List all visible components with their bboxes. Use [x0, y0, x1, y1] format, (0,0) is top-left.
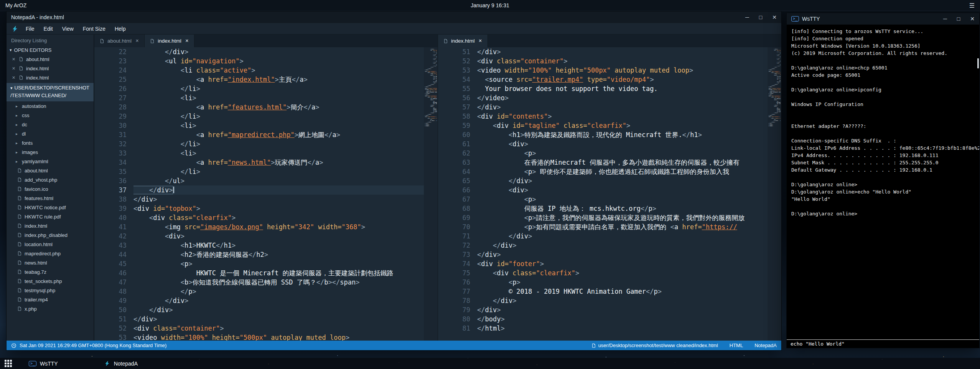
code-line[interactable]: </li> [133, 112, 424, 121]
line-number[interactable]: 23 [94, 56, 127, 66]
file-item-news-html[interactable]: news.html [7, 258, 94, 267]
tab-close-icon[interactable]: ✕ [135, 38, 139, 43]
line-number[interactable]: 48 [94, 287, 127, 296]
line-number[interactable]: 73 [438, 250, 470, 259]
code-line[interactable]: <div id="tagline" class="clearfix"> [477, 121, 768, 130]
line-number[interactable]: 81 [438, 324, 470, 333]
code-line[interactable]: </div> [477, 305, 768, 314]
code-line[interactable]: <li> [133, 93, 424, 103]
code-line[interactable]: Your browser does not support the video … [477, 84, 768, 93]
code-line[interactable]: <li> [133, 149, 424, 158]
code-line[interactable]: </li> [133, 139, 424, 149]
tab-index-html[interactable]: index.html✕ [145, 35, 194, 47]
line-number[interactable]: 29 [94, 112, 127, 121]
line-number[interactable]: 36 [94, 176, 127, 185]
line-number[interactable]: 27 [94, 93, 127, 103]
code-line[interactable]: <p>如有問題或需要申請白名單，歡迎加入我們的 <a href="https:/… [477, 222, 768, 232]
code-editor-left[interactable]: 2223242526272829303132333435363738394041… [94, 47, 438, 341]
line-number[interactable]: 44 [94, 250, 127, 259]
line-number[interactable]: 68 [438, 204, 470, 213]
minimize-button[interactable]: ─ [745, 14, 749, 20]
open-editors-header[interactable]: ▾ OPEN EDITORS [7, 46, 94, 55]
code-line[interactable]: <div class="container"> [133, 324, 424, 333]
wstty-titlebar[interactable]: >_ WsTTY ─ □ ✕ [787, 13, 979, 25]
line-number[interactable]: 64 [438, 167, 470, 176]
code-line[interactable]: © 2018 - 2019 HKWTC Animation Gamer</p> [477, 287, 768, 296]
line-number[interactable]: 46 [94, 268, 127, 278]
line-number-gutter[interactable]: 2223242526272829303132333435363738394041… [94, 47, 133, 341]
line-number[interactable]: 52 [94, 324, 127, 333]
tab-close-icon[interactable]: ✕ [479, 38, 482, 43]
code-line[interactable]: <a href="features.html">簡介</a> [133, 103, 424, 112]
code-line[interactable]: <div id="footer"> [477, 259, 768, 268]
line-number[interactable]: 50 [94, 305, 127, 314]
file-item-about-html[interactable]: about.html [7, 166, 94, 175]
folder-item-css[interactable]: ▸css [7, 111, 94, 120]
line-number[interactable]: 71 [438, 232, 470, 241]
maximize-button[interactable]: □ [957, 16, 960, 22]
line-number[interactable]: 56 [438, 93, 470, 103]
code-line[interactable]: <div> [133, 232, 424, 241]
code-line[interactable]: </body> [477, 314, 768, 324]
code-line[interactable]: <source src="trailer.mp4" type="video/mp… [477, 75, 768, 84]
open-editor-item-about-html[interactable]: ✕about.html [7, 55, 94, 64]
line-number[interactable]: 80 [438, 314, 470, 324]
code-line[interactable]: </div> [133, 296, 424, 305]
line-number[interactable]: 42 [94, 232, 127, 241]
code-line[interactable]: </div> [477, 47, 768, 56]
code-line[interactable]: <p> [477, 149, 768, 158]
code-line[interactable]: <div> [477, 139, 768, 149]
line-number[interactable]: 61 [438, 139, 470, 149]
line-number[interactable]: 30 [94, 121, 127, 130]
line-number[interactable]: 49 [94, 296, 127, 305]
code-line[interactable]: <a href="mapredirect.php">網上地圖</a> [133, 130, 424, 139]
file-item-favicon-ico[interactable]: favicon.ico [7, 184, 94, 194]
code-line[interactable]: </html> [477, 324, 768, 333]
line-number[interactable]: 63 [438, 158, 470, 167]
line-number[interactable]: 31 [94, 130, 127, 139]
file-item-x-php[interactable]: x.php [7, 304, 94, 313]
folder-item-images[interactable]: ▸images [7, 147, 94, 157]
code-line[interactable]: <p> [477, 195, 768, 204]
minimap[interactable]: </div> <ul id="navigation"> <li class="a… [424, 47, 438, 341]
code-line[interactable]: 伺服器 IP 地址為： mcs.hkwtc.org</p> [477, 204, 768, 213]
line-number[interactable]: 51 [94, 314, 127, 324]
workspace-root-folder[interactable]: ▾USER/DESKTOP/SCREENSHOT /TEST/WWW CLEAN… [7, 83, 94, 101]
menu-edit[interactable]: Edit [39, 25, 58, 33]
line-number[interactable]: 47 [94, 278, 127, 287]
code-line[interactable]: <video width="100%" height="500px" autop… [477, 66, 768, 75]
code-line[interactable]: </li> [133, 84, 424, 93]
terminal-input[interactable]: echo "Hello World" [787, 339, 979, 348]
line-number[interactable]: 54 [438, 75, 470, 84]
code-line[interactable]: <li class="active"> [133, 66, 424, 75]
file-item-test-sockets-php[interactable]: test_sockets.php [7, 276, 94, 286]
file-item-add-vhost-php[interactable]: add_vhost.php [7, 175, 94, 184]
code-area[interactable]: </div> <ul id="navigation"> <li class="a… [133, 47, 424, 341]
line-number[interactable]: 32 [94, 139, 127, 149]
tab-index-html[interactable]: index.html✕ [438, 35, 488, 47]
file-item-trailer-mp4[interactable]: trailer.mp4 [7, 295, 94, 304]
close-editor-icon[interactable]: ✕ [12, 66, 16, 71]
notepada-titlebar[interactable]: NotepadA - index.html ─ □ ✕ [7, 12, 781, 23]
code-line[interactable]: <p> [477, 278, 768, 287]
minimap[interactable]: </div> <ul id="navigation"> <li class="a… [768, 47, 781, 341]
code-line[interactable]: </div> [477, 250, 768, 259]
menu-help[interactable]: Help [110, 25, 130, 33]
start-menu-icon[interactable] [5, 360, 12, 367]
line-number[interactable]: 22 [94, 47, 127, 56]
code-line[interactable]: <div class="clearfix"> [477, 268, 768, 278]
folder-item-fonts[interactable]: ▸fonts [7, 138, 94, 147]
line-number[interactable]: 45 [94, 259, 127, 268]
code-line[interactable]: HKWTC 是一個 Minecraft 的建築伺服器，主要建築計劃包括鐵路 [133, 268, 424, 278]
code-line[interactable]: <div> [477, 185, 768, 195]
code-line[interactable]: </ul> [133, 176, 424, 185]
line-number-gutter[interactable]: 5152535455565758596061626364656667686970… [438, 47, 476, 341]
line-number[interactable]: 76 [438, 278, 470, 287]
file-item-teabag-7z[interactable]: teabag.7z [7, 267, 94, 276]
code-line[interactable]: <p> [133, 259, 424, 268]
line-number[interactable]: 79 [438, 305, 470, 314]
line-number[interactable]: 35 [94, 167, 127, 176]
close-button[interactable]: ✕ [970, 16, 975, 22]
code-line[interactable]: <p> 即使你不是建築師，你也能透過紅石師或鐵路工程師的身份加入我 [477, 167, 768, 176]
code-line[interactable]: <a href="index.html">主頁</a> [133, 75, 424, 84]
